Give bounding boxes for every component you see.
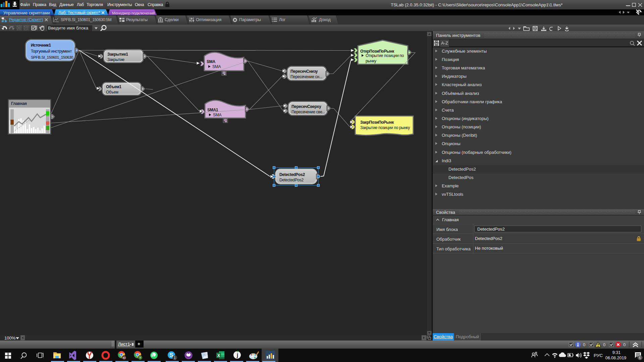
- svg-text:Открытие позиции по: Открытие позиции по: [366, 53, 404, 58]
- svg-text:06.08.2019: 06.08.2019: [605, 356, 627, 360]
- svg-text:0: 0: [623, 342, 626, 347]
- svg-text:0: 0: [603, 342, 605, 347]
- svg-text:ЗакрПозиПоРынк: ЗакрПозиПоРынк: [360, 120, 394, 125]
- svg-text:X: X: [217, 353, 220, 358]
- svg-text:SPFB.SI_150601_150630: SPFB.SI_150601_150630: [31, 55, 73, 59]
- svg-text:j: j: [236, 352, 238, 358]
- svg-text:DetectedPos2: DetectedPos2: [279, 178, 304, 182]
- svg-text:Закрытие1: Закрытие1: [107, 52, 128, 57]
- svg-text:Пересечение сн...: Пересечение сн...: [290, 74, 322, 79]
- svg-text:Ю: Ю: [123, 356, 125, 359]
- svg-text:6: 6: [639, 356, 641, 360]
- svg-text:Пересечение све...: Пересечение све...: [291, 110, 325, 114]
- svg-text:рынку: рынку: [366, 59, 376, 63]
- svg-text:1: 1: [174, 356, 176, 360]
- svg-text:Объем: Объем: [106, 90, 118, 95]
- svg-text:ОткрПозиПоРынк: ОткрПозиПоРынк: [360, 49, 394, 54]
- svg-text:SMA: SMA: [207, 59, 215, 64]
- svg-text:9:31: 9:31: [612, 350, 621, 355]
- svg-text:Торгуемый инструмент: Торгуемый инструмент: [31, 49, 72, 54]
- svg-text:DetectedPos2: DetectedPos2: [279, 172, 305, 177]
- svg-text:Y: Y: [139, 356, 141, 359]
- svg-text:Объем1: Объем1: [106, 84, 121, 89]
- svg-text:ПересечСверху: ПересечСверху: [291, 104, 321, 109]
- svg-text:Главная: Главная: [11, 101, 27, 106]
- svg-text:Закрытие позиции по рынку: Закрытие позиции по рынку: [360, 125, 410, 130]
- svg-text:SMA: SMA: [212, 64, 221, 69]
- svg-text:Источник1: Источник1: [31, 43, 51, 48]
- svg-text:РУС: РУС: [594, 353, 603, 358]
- svg-text:SMA: SMA: [213, 113, 221, 117]
- svg-text:ПересечСнизу: ПересечСнизу: [290, 69, 318, 74]
- svg-text:0: 0: [583, 342, 585, 347]
- svg-text:Закрытие: Закрытие: [107, 57, 125, 62]
